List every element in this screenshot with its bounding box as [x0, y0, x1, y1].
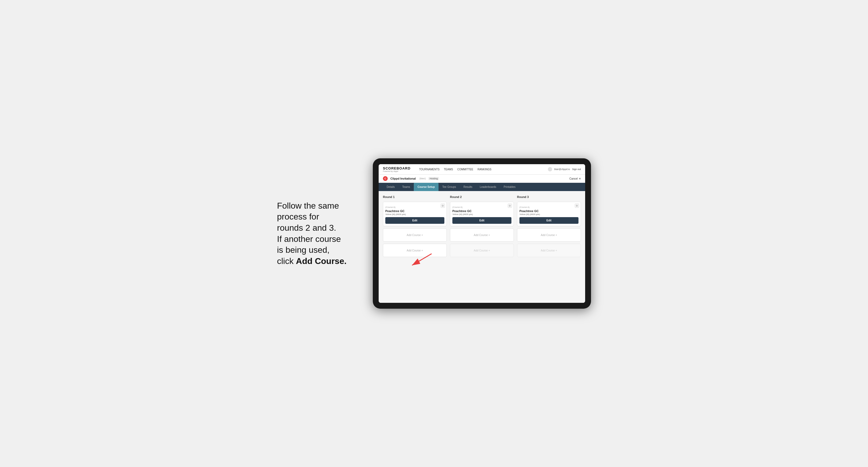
round-3-course-name: Peachtree GC [519, 210, 579, 213]
round-3-column: Round 3 (Course A) Peachtree GC Yellow (… [517, 195, 581, 257]
avatar [548, 167, 552, 172]
tablet-screen: SCOREBOARD Powered by clippd TOURNAMENTS… [379, 164, 585, 303]
round-1-title: Round 1 [383, 195, 447, 198]
content-area: Round 1 (Course A) Peachtree GC Yellow (… [379, 191, 585, 303]
round-2-course-label: (Course A) [452, 206, 462, 208]
tournament-name: Clippd Invitational [390, 177, 416, 180]
tab-results[interactable]: Results [460, 183, 476, 191]
round-3-delete-button[interactable]: ⊙ [575, 204, 579, 208]
instruction-line6-prefix: click [277, 256, 296, 266]
round-1-add-course-text-2: Add Course + [407, 249, 423, 252]
tournament-badge: (Men) [420, 177, 426, 180]
round-1-course-name: Peachtree GC [385, 210, 444, 213]
instruction-line2: process for [277, 212, 319, 221]
user-email: blair@clippd.io [554, 168, 570, 170]
round-1-course-tee: Yellow (M) (6629 yds) [385, 213, 444, 216]
logo-title: SCOREBOARD [383, 166, 411, 170]
tab-printables[interactable]: Printables [500, 183, 519, 191]
round-3-course-card: (Course A) Peachtree GC Yellow (M) (6629… [517, 202, 581, 226]
round-3-add-course-text-2: Add Course + [541, 249, 557, 252]
round-2-title: Round 2 [450, 195, 514, 198]
nav-right: blair@clippd.io Sign out [548, 167, 581, 172]
round-1-course-card: (Course A) Peachtree GC Yellow (M) (6629… [383, 202, 447, 226]
instruction-line5: is being used, [277, 245, 330, 255]
round-1-column: Round 1 (Course A) Peachtree GC Yellow (… [383, 195, 447, 257]
round-2-delete-button[interactable]: ⊙ [508, 204, 512, 208]
nav-link-rankings[interactable]: RANKINGS [477, 168, 491, 171]
instruction-text: Follow the same process for rounds 2 and… [277, 200, 362, 267]
round-3-add-course-2: Add Course + [517, 244, 581, 257]
tab-details[interactable]: Details [383, 183, 399, 191]
clippd-logo: C [383, 176, 388, 181]
round-1-add-course-2[interactable]: Add Course + [383, 244, 447, 257]
round-3-add-course-text-1: Add Course + [541, 234, 557, 237]
round-2-column: Round 2 (Course A) Peachtree GC Yellow (… [450, 195, 514, 257]
round-1-add-course-1[interactable]: Add Course + [383, 228, 447, 242]
round-2-add-course-2: Add Course + [450, 244, 514, 257]
tab-course-setup[interactable]: Course Setup [414, 183, 438, 191]
round-1-delete-button[interactable]: ⊙ [441, 204, 445, 208]
tablet-frame: SCOREBOARD Powered by clippd TOURNAMENTS… [373, 158, 591, 309]
round-1-add-course-text-1: Add Course + [407, 234, 423, 237]
tab-bar: Details Teams Course Setup Tee Groups Re… [379, 183, 585, 191]
round-3-edit-button[interactable]: Edit [519, 217, 579, 224]
round-3-course-label: (Course A) [519, 206, 530, 208]
round-2-add-course-1[interactable]: Add Course + [450, 228, 514, 242]
cancel-button[interactable]: Cancel ✕ [569, 177, 581, 180]
instruction-line4: If another course [277, 234, 341, 244]
tab-tee-groups[interactable]: Tee Groups [438, 183, 460, 191]
close-icon: ✕ [579, 177, 581, 180]
rounds-grid: Round 1 (Course A) Peachtree GC Yellow (… [383, 195, 581, 257]
round-2-course-name: Peachtree GC [452, 210, 512, 213]
nav-links: TOURNAMENTS TEAMS COMMITTEE RANKINGS [419, 168, 542, 171]
nav-link-teams[interactable]: TEAMS [444, 168, 453, 171]
sign-out-link[interactable]: Sign out [572, 168, 581, 170]
nav-link-committee[interactable]: COMMITTEE [457, 168, 473, 171]
round-3-add-course-1[interactable]: Add Course + [517, 228, 581, 242]
round-2-course-card: (Course A) Peachtree GC Yellow (M) (6629… [450, 202, 514, 226]
round-3-title: Round 3 [517, 195, 581, 198]
round-3-course-tee: Yellow (M) (6629 yds) [519, 213, 579, 216]
page-wrapper: Follow the same process for rounds 2 and… [248, 158, 620, 309]
round-1-edit-button[interactable]: Edit [385, 217, 444, 224]
round-2-add-course-text-2: Add Course + [474, 249, 490, 252]
instruction-line1: Follow the same [277, 201, 339, 211]
round-2-edit-button[interactable]: Edit [452, 217, 512, 224]
tab-leaderboards[interactable]: Leaderboards [476, 183, 500, 191]
logo-sub: Powered by clippd [383, 170, 411, 172]
top-nav: SCOREBOARD Powered by clippd TOURNAMENTS… [379, 164, 585, 175]
nav-link-tournaments[interactable]: TOURNAMENTS [419, 168, 440, 171]
round-2-course-tee: Yellow (M) (6629 yds) [452, 213, 512, 216]
subtitle-bar: C Clippd Invitational (Men) Hosting Canc… [379, 175, 585, 183]
round-1-course-label: (Course A) [385, 206, 395, 208]
hosting-badge: Hosting [428, 177, 439, 180]
instruction-line3: rounds 2 and 3. [277, 223, 336, 232]
round-2-add-course-text-1: Add Course + [474, 234, 490, 237]
tab-teams[interactable]: Teams [399, 183, 414, 191]
logo-area: SCOREBOARD Powered by clippd [383, 166, 411, 172]
instruction-line6-bold: Add Course. [296, 256, 346, 266]
